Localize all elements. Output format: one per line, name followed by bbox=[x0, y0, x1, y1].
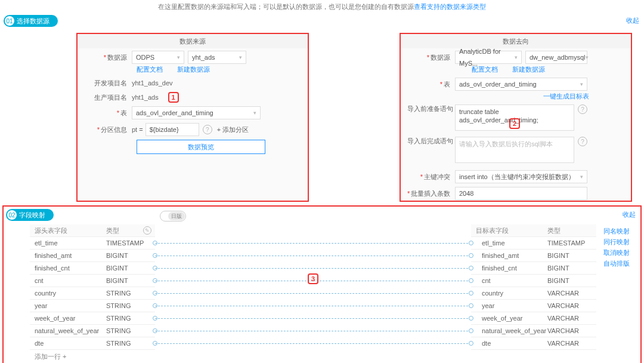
connector-dot[interactable] bbox=[469, 253, 473, 258]
chevron-down-icon: ▾ bbox=[580, 78, 583, 90]
target-link-new[interactable]: 新建数据源 bbox=[512, 65, 545, 74]
step-02-num: 02 bbox=[7, 210, 17, 220]
mapping-body: 日版 源头表字段 类型 ✎ etl_timeTIMESTAMPfinished_… bbox=[6, 224, 638, 363]
table-row[interactable]: finished_cntBIGINT bbox=[471, 262, 596, 275]
table-row[interactable]: dteVARCHAR bbox=[471, 337, 596, 350]
step-01-header: 01 选择数据源 收起 bbox=[4, 15, 642, 27]
field-type: TIMESTAMP bbox=[106, 239, 155, 247]
target-pre-textarea[interactable]: truncate table ads_ovl_order_and_timing;… bbox=[455, 104, 574, 131]
source-title: 数据来源 bbox=[77, 33, 308, 48]
connector-dot[interactable] bbox=[469, 291, 473, 296]
connector-dot[interactable] bbox=[469, 278, 473, 283]
action-same-row[interactable]: 同行映射 bbox=[603, 236, 632, 247]
badge-3: 3 bbox=[308, 273, 318, 284]
table-row[interactable]: yearSTRING bbox=[30, 300, 155, 312]
table-row[interactable]: yearVARCHAR bbox=[471, 300, 596, 312]
target-ds-name-select[interactable]: dw_new_adbmysql▾ bbox=[525, 51, 587, 64]
top-hint: 在这里配置数据的来源端和写入端；可以是默认的数据源，也可以是您创建的自有数据源查… bbox=[0, 0, 644, 15]
target-post-textarea[interactable]: 请输入导入数据后执行的sql脚本 bbox=[455, 137, 574, 163]
table-row[interactable]: week_of_yearVARCHAR bbox=[471, 312, 596, 325]
target-pk-select[interactable]: insert into（当主键/约束冲突报脏数据）▾ bbox=[455, 170, 587, 183]
action-auto-layout[interactable]: 自动排版 bbox=[603, 258, 632, 269]
source-part-input[interactable]: ${bizdate} bbox=[145, 123, 199, 136]
field-name: etl_time bbox=[35, 239, 106, 247]
field-type: BIGINT bbox=[106, 252, 155, 259]
field-name: week_of_year bbox=[476, 315, 547, 322]
target-batch-input[interactable]: 2048 bbox=[455, 187, 587, 200]
right-head-name: 目标表字段 bbox=[476, 226, 547, 235]
help-icon[interactable]: ? bbox=[578, 104, 587, 114]
table-row[interactable]: etl_timeTIMESTAMP bbox=[30, 237, 155, 250]
table-row[interactable]: finished_cntBIGINT bbox=[30, 262, 155, 275]
table-row[interactable]: natural_week_of_yearSTRING bbox=[30, 325, 155, 337]
step-01-num: 01 bbox=[5, 16, 14, 26]
field-type: VARCHAR bbox=[547, 302, 596, 309]
left-head-name: 源头表字段 bbox=[35, 226, 106, 235]
table-row[interactable]: natural_week_of_yearVARCHAR bbox=[471, 325, 596, 337]
step-02-collapse[interactable]: 收起 bbox=[623, 210, 638, 219]
source-link-cfg[interactable]: 配置文档 bbox=[137, 65, 163, 74]
target-link-cfg[interactable]: 配置文档 bbox=[472, 65, 498, 74]
source-table-select[interactable]: ads_ovl_order_and_timing▾ bbox=[132, 106, 261, 119]
mapping-line bbox=[155, 237, 471, 250]
action-same-name[interactable]: 同名映射 bbox=[603, 226, 632, 236]
field-name: etl_time bbox=[476, 239, 547, 247]
mapping-line bbox=[155, 337, 471, 350]
step-02-badge: 02 字段映射 bbox=[6, 209, 54, 221]
source-ds-type-select[interactable]: ODPS▾ bbox=[132, 51, 184, 64]
mapping-switch[interactable]: 日版 bbox=[160, 211, 186, 222]
target-ds-type-select[interactable]: AnalyticDB for MyS...▾ bbox=[455, 51, 522, 64]
field-name: finished_cnt bbox=[476, 264, 547, 272]
field-name: country bbox=[35, 290, 106, 297]
table-row[interactable]: countryVARCHAR bbox=[471, 287, 596, 300]
help-icon[interactable]: ? bbox=[203, 125, 212, 134]
source-link-new[interactable]: 新建数据源 bbox=[177, 65, 210, 74]
table-row[interactable]: countrySTRING bbox=[30, 287, 155, 300]
target-link-gen[interactable]: 一键生成目标表 bbox=[543, 92, 589, 101]
field-type: BIGINT bbox=[106, 277, 155, 284]
table-row[interactable]: cntBIGINT bbox=[30, 275, 155, 287]
chevron-down-icon: ▾ bbox=[586, 51, 589, 63]
field-type: STRING bbox=[106, 340, 155, 347]
mapping-line bbox=[155, 250, 471, 262]
field-name: natural_week_of_year bbox=[476, 327, 547, 334]
source-devproj-val: yht1_ads_dev bbox=[132, 79, 173, 87]
table-row[interactable]: finished_amtBIGINT bbox=[30, 250, 155, 262]
mapping-line bbox=[155, 262, 471, 275]
mapping-add-row[interactable]: 添加一行 + bbox=[30, 350, 155, 363]
field-name: cnt bbox=[476, 277, 547, 284]
connector-dot[interactable] bbox=[469, 341, 473, 346]
field-type: VARCHAR bbox=[547, 290, 596, 297]
connector-dot[interactable] bbox=[469, 303, 473, 308]
top-hint-link[interactable]: 查看支持的数据来源类型 bbox=[414, 3, 486, 10]
source-ds-name-select[interactable]: yht_ads▾ bbox=[188, 51, 246, 64]
source-prodproj-label: 生产项目名 bbox=[84, 93, 132, 102]
top-hint-text: 在这里配置数据的来源端和写入端；可以是默认的数据源，也可以是您创建的自有数据源 bbox=[158, 3, 414, 10]
mapping-line bbox=[155, 312, 471, 325]
connector-dot[interactable] bbox=[469, 328, 473, 333]
table-row[interactable]: finished_amtBIGINT bbox=[471, 250, 596, 262]
source-card: 数据来源 数据源 ODPS▾ yht_ads▾ 配置文档 新建数据源 开发项目名… bbox=[76, 33, 309, 202]
table-row[interactable]: etl_timeTIMESTAMP bbox=[471, 237, 596, 250]
field-type: BIGINT bbox=[106, 264, 155, 272]
mapping-switch-label: 日版 bbox=[168, 212, 185, 220]
target-title: 数据去向 bbox=[400, 33, 631, 48]
field-name: year bbox=[476, 302, 547, 309]
help-icon[interactable]: ? bbox=[578, 137, 587, 146]
target-pk-label: 主键冲突 bbox=[407, 173, 455, 182]
source-part-add[interactable]: + 添加分区 bbox=[217, 125, 249, 134]
field-type: VARCHAR bbox=[547, 315, 596, 322]
step-01-collapse[interactable]: 收起 bbox=[626, 16, 642, 25]
table-row[interactable]: week_of_yearSTRING bbox=[30, 312, 155, 325]
target-table-select[interactable]: ads_ovl_order_and_timing▾ bbox=[455, 78, 587, 91]
source-preview-button[interactable]: 数据预览 bbox=[137, 140, 265, 154]
connector-dot[interactable] bbox=[469, 241, 473, 245]
edit-icon[interactable]: ✎ bbox=[143, 226, 151, 235]
chevron-down-icon: ▾ bbox=[515, 51, 518, 63]
connector-dot[interactable] bbox=[469, 266, 473, 270]
action-cancel[interactable]: 取消映射 bbox=[603, 247, 632, 258]
connector-dot[interactable] bbox=[469, 316, 473, 321]
source-devproj-label: 开发项目名 bbox=[84, 79, 132, 88]
table-row[interactable]: cntBIGINT bbox=[471, 275, 596, 287]
table-row[interactable]: dteSTRING bbox=[30, 337, 155, 350]
